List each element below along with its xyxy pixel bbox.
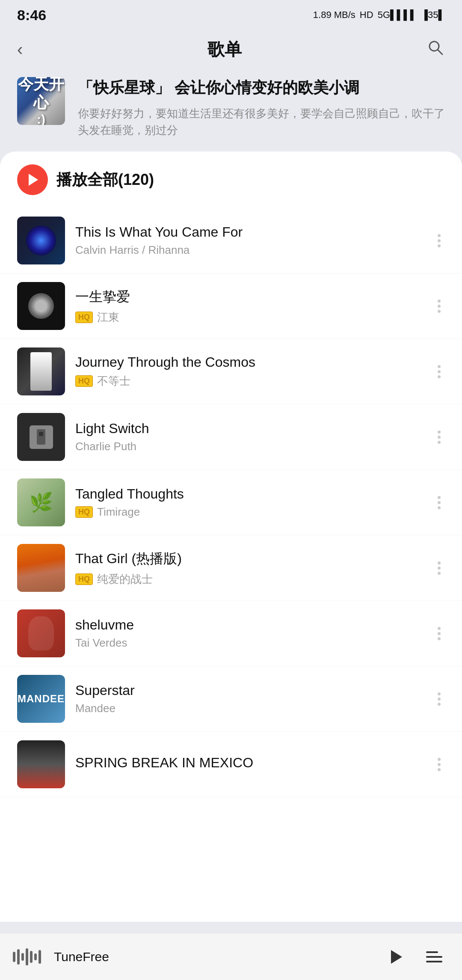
network-speed: 1.89 MB/s [313, 9, 355, 21]
list-item[interactable]: SPRING BREAK IN MEXICO [0, 732, 462, 797]
list-item[interactable]: That Girl (热播版) HQ 纯爱的战士 [0, 535, 462, 601]
main-content: 播放全部(120) This Is What You Came For Calv… [0, 151, 462, 922]
more-button[interactable] [433, 754, 445, 775]
song-name: That Girl (热播版) [75, 549, 423, 568]
more-button[interactable] [433, 492, 445, 514]
song-meta: Tai Verdes [75, 636, 423, 650]
song-meta: Mandee [75, 702, 423, 715]
more-button[interactable] [433, 361, 445, 383]
status-time: 8:46 [17, 7, 46, 24]
song-name: Light Switch [75, 421, 423, 437]
more-button[interactable] [433, 623, 445, 644]
song-artist: 纯爱的战士 [97, 572, 153, 587]
player-list-button[interactable] [419, 942, 449, 972]
song-meta: HQ 纯爱的战士 [75, 572, 423, 587]
song-info: 一生挚爱 HQ 江東 [75, 288, 423, 325]
hq-badge: HQ [75, 375, 93, 387]
playlist-description: 你要好好努力，要知道生活里还有很多美好，要学会自己照顾自己，吹干了头发在睡觉，别… [78, 105, 445, 139]
song-info: Journey Through the Cosmos HQ 不等士 [75, 354, 423, 389]
top-nav: ‹ 歌单 [0, 30, 462, 68]
song-meta: HQ 不等士 [75, 374, 423, 389]
status-bar: 8:46 1.89 MB/s HD 5G▌▌▌▌ ▐35▌ [0, 0, 462, 30]
song-artist: 江東 [97, 310, 119, 325]
song-info: Superstar Mandee [75, 683, 423, 715]
cover-text-line1: 今天开心 [17, 77, 65, 112]
battery-icon: ▐35▌ [421, 9, 445, 21]
song-artist: Tai Verdes [75, 636, 127, 650]
song-artist: 不等士 [97, 374, 130, 389]
cover-text-line2: :) [17, 112, 65, 125]
song-name: SPRING BREAK IN MEXICO [75, 755, 423, 771]
song-meta: HQ Timirage [75, 505, 423, 519]
more-button[interactable] [433, 688, 445, 710]
song-info: Light Switch Charlie Puth [75, 421, 423, 453]
play-all-text: 播放全部(120) [56, 169, 154, 190]
song-cover [17, 740, 65, 788]
search-button[interactable] [426, 38, 445, 61]
song-info: Tangled Thoughts HQ Timirage [75, 486, 423, 519]
player-bar: TuneFree [0, 933, 462, 980]
song-info: SPRING BREAK IN MEXICO [75, 755, 423, 774]
song-info: sheluvme Tai Verdes [75, 617, 423, 650]
song-cover [17, 217, 65, 264]
hq-badge: HQ [75, 573, 93, 585]
song-name: This Is What You Came For [75, 224, 423, 240]
player-track-name: TuneFree [54, 950, 372, 964]
song-artist: Timirage [97, 505, 140, 519]
more-button[interactable] [433, 295, 445, 317]
song-name: Tangled Thoughts [75, 486, 423, 502]
song-list: This Is What You Came For Calvin Harris … [0, 208, 462, 797]
song-artist: Calvin Harris / Rihanna [75, 244, 190, 257]
song-cover [17, 544, 65, 592]
playlist-header: 今天开心 :) 「快乐星球」 会让你心情变好的欧美小调 你要好好努力，要知道生活… [0, 68, 462, 151]
list-item[interactable]: sheluvme Tai Verdes [0, 601, 462, 666]
song-meta: HQ 江東 [75, 310, 423, 325]
signal-icon: 5G▌▌▌▌ [378, 9, 417, 21]
player-play-button[interactable] [381, 942, 411, 972]
song-cover [17, 413, 65, 461]
playlist-icon [426, 951, 442, 962]
more-button[interactable] [433, 230, 445, 252]
playlist-info: 「快乐星球」 会让你心情变好的欧美小调 你要好好努力，要知道生活里还有很多美好，… [78, 77, 445, 139]
song-name: Superstar [75, 683, 423, 698]
list-item[interactable]: Light Switch Charlie Puth [0, 404, 462, 470]
play-all-row[interactable]: 播放全部(120) [0, 151, 462, 208]
list-item[interactable]: MANDEE Superstar Mandee [0, 666, 462, 732]
list-item[interactable]: 一生挚爱 HQ 江東 [0, 273, 462, 339]
song-info: This Is What You Came For Calvin Harris … [75, 224, 423, 257]
svg-line-1 [438, 50, 442, 54]
song-cover: MANDEE [17, 675, 65, 723]
song-meta: Calvin Harris / Rihanna [75, 244, 423, 257]
hq-badge: HQ [75, 312, 93, 323]
song-cover [17, 609, 65, 657]
hd-badge: HD [360, 9, 373, 21]
playlist-title: 「快乐星球」 会让你心情变好的欧美小调 [78, 77, 445, 98]
song-name: Journey Through the Cosmos [75, 354, 423, 370]
player-waveform [13, 948, 41, 965]
song-artist: Mandee [75, 702, 116, 715]
play-all-icon[interactable] [17, 164, 48, 195]
song-name: sheluvme [75, 617, 423, 633]
hq-badge: HQ [75, 506, 93, 518]
status-right: 1.89 MB/s HD 5G▌▌▌▌ ▐35▌ [313, 9, 445, 21]
song-name: 一生挚爱 [75, 288, 423, 306]
more-button[interactable] [433, 557, 445, 579]
list-item[interactable]: 🌿 Tangled Thoughts HQ Timirage [0, 470, 462, 535]
playlist-cover: 今天开心 :) [17, 77, 65, 125]
song-cover [17, 347, 65, 395]
more-button[interactable] [433, 426, 445, 448]
song-cover [17, 282, 65, 330]
song-info: That Girl (热播版) HQ 纯爱的战士 [75, 549, 423, 587]
list-item[interactable]: Journey Through the Cosmos HQ 不等士 [0, 339, 462, 404]
list-item[interactable]: This Is What You Came For Calvin Harris … [0, 208, 462, 273]
song-meta: Charlie Puth [75, 440, 423, 453]
page-title: 歌单 [207, 38, 242, 61]
song-cover: 🌿 [17, 478, 65, 526]
back-button[interactable]: ‹ [17, 40, 23, 59]
song-artist: Charlie Puth [75, 440, 136, 453]
